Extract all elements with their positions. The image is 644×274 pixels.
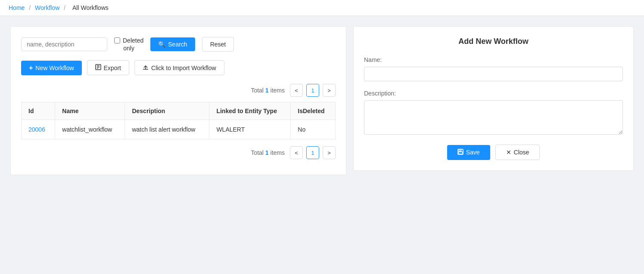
- reset-button-label: Reset: [210, 41, 226, 48]
- left-panel: Deleted only 🔍 Search Reset + New Workfl…: [10, 26, 346, 175]
- bottom-pagination: Total 1 items < 1 >: [21, 146, 336, 159]
- panel-title: Add New Workflow: [364, 37, 623, 46]
- col-name: Name: [55, 102, 125, 120]
- deleted-only-checkbox-row: Deleted: [114, 37, 143, 44]
- description-label: Description:: [364, 90, 623, 97]
- col-description: Description: [125, 102, 209, 120]
- top-page-1-button[interactable]: 1: [306, 84, 319, 97]
- bottom-next-icon: >: [327, 150, 331, 156]
- reset-button[interactable]: Reset: [202, 37, 234, 52]
- close-icon: ✕: [506, 149, 511, 156]
- export-button[interactable]: Export: [87, 60, 129, 75]
- bottom-next-page-button[interactable]: >: [323, 146, 336, 159]
- row-id[interactable]: 20006: [22, 120, 55, 139]
- col-id: Id: [22, 102, 55, 120]
- bottom-page-1-label: 1: [311, 150, 314, 156]
- next-icon: >: [327, 87, 331, 94]
- bottom-prev-icon: <: [295, 150, 298, 156]
- only-label: only: [123, 45, 134, 52]
- row-is-deleted: No: [291, 120, 336, 139]
- row-description: watch list alert workflow: [125, 120, 209, 139]
- new-workflow-label: New Workflow: [35, 65, 74, 71]
- top-pagination-info: Total 1 items: [251, 87, 285, 94]
- description-field-group: Description:: [364, 90, 623, 136]
- bottom-page-1-button[interactable]: 1: [306, 146, 319, 159]
- description-textarea[interactable]: [364, 100, 623, 135]
- top-prev-page-button[interactable]: <: [290, 84, 303, 97]
- plus-icon: +: [29, 64, 33, 72]
- close-button[interactable]: ✕ Close: [495, 145, 540, 160]
- top-next-page-button[interactable]: >: [323, 84, 336, 97]
- breadcrumb-workflow[interactable]: Workflow: [35, 4, 59, 11]
- breadcrumb-sep1: /: [29, 4, 32, 11]
- search-button[interactable]: 🔍 Search: [150, 37, 195, 51]
- new-workflow-button[interactable]: + New Workflow: [21, 61, 82, 75]
- deleted-label: Deleted: [123, 37, 143, 44]
- search-input[interactable]: [21, 37, 107, 51]
- import-button[interactable]: Click to Import Workflow: [134, 60, 224, 75]
- name-input[interactable]: [364, 67, 623, 81]
- workflow-table: Id Name Description Linked to Entity Typ…: [21, 102, 336, 139]
- action-bar: + New Workflow Export: [21, 60, 336, 75]
- deleted-only-label: Deleted only: [114, 37, 143, 52]
- search-button-label: Search: [168, 41, 187, 48]
- svg-rect-7: [459, 149, 461, 151]
- breadcrumb-sep2: /: [64, 4, 67, 11]
- right-panel: Add New Workflow Name: Description: Save: [353, 26, 634, 171]
- svg-rect-8: [458, 152, 463, 154]
- top-pagination: Total 1 items < 1 >: [21, 84, 336, 97]
- col-linked-entity: Linked to Entity Type: [209, 102, 291, 120]
- deleted-only-checkbox[interactable]: [114, 37, 120, 43]
- table-header: Id Name Description Linked to Entity Typ…: [22, 102, 336, 120]
- import-label: Click to Import Workflow: [151, 65, 216, 71]
- table-header-row: Id Name Description Linked to Entity Typ…: [22, 102, 336, 120]
- save-button[interactable]: Save: [447, 145, 490, 160]
- prev-icon: <: [295, 87, 298, 94]
- save-button-label: Save: [466, 149, 480, 156]
- page-1-label: 1: [311, 87, 314, 94]
- col-is-deleted: IsDeleted: [291, 102, 336, 120]
- name-field-group: Name:: [364, 56, 623, 81]
- save-icon: [457, 149, 464, 156]
- page-content: Deleted only 🔍 Search Reset + New Workfl…: [0, 16, 644, 185]
- row-linked-entity: WLALERT: [209, 120, 291, 139]
- search-bar: Deleted only 🔍 Search Reset: [21, 37, 336, 52]
- bottom-prev-page-button[interactable]: <: [290, 146, 303, 159]
- search-icon: 🔍: [158, 41, 165, 48]
- table-body: 20006 watchlist_workflow watch list aler…: [22, 120, 336, 139]
- export-icon: [95, 64, 101, 71]
- row-name: watchlist_workflow: [55, 120, 125, 139]
- breadcrumb-current: All Workflows: [72, 4, 109, 11]
- form-actions: Save ✕ Close: [364, 145, 623, 160]
- export-label: Export: [104, 65, 121, 71]
- upload-icon: [143, 64, 149, 71]
- close-button-label: Close: [514, 149, 529, 156]
- breadcrumb-home[interactable]: Home: [9, 4, 25, 11]
- name-label: Name:: [364, 56, 623, 63]
- table-row: 20006 watchlist_workflow watch list aler…: [22, 120, 336, 139]
- bottom-pagination-info: Total 1 items: [251, 149, 285, 156]
- breadcrumb: Home / Workflow / All Workflows: [0, 0, 644, 16]
